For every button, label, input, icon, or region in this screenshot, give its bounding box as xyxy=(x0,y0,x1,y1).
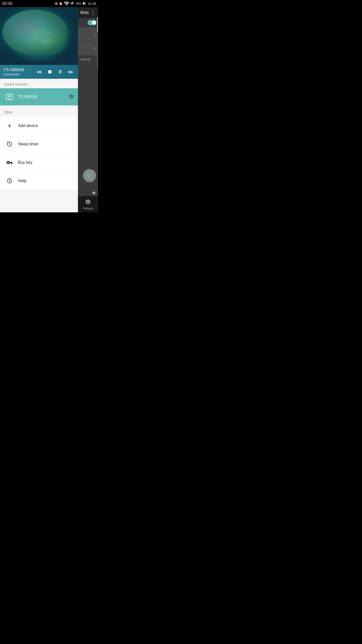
media-bar: TX-NR636 Connected ⏮ ⏹ ⏸ ⏭ xyxy=(0,65,78,79)
menu-item-buy-key[interactable]: Buy key xyxy=(0,153,78,172)
mute-status-icon: 🔇 xyxy=(55,2,58,5)
help-icon xyxy=(4,175,15,186)
scrollbar-track[interactable] xyxy=(97,17,98,67)
hero-area xyxy=(0,7,78,65)
sleep-timer-label: Sleep timer xyxy=(18,142,38,146)
prev-button[interactable]: ⏮ xyxy=(36,68,43,76)
dot-2 xyxy=(9,98,10,99)
main-container: TX-NR636 Connected ⏮ ⏹ ⏸ ⏭ Saved receive… xyxy=(0,7,98,212)
battery-text: 36% xyxy=(76,2,81,5)
pause-button[interactable]: ⏸ xyxy=(57,68,64,76)
right-list-item-2[interactable]: › xyxy=(78,42,98,55)
signal-icon xyxy=(71,2,75,6)
scrollbar-thumb xyxy=(97,17,98,32)
toggle-row xyxy=(78,18,98,27)
add-device-label: Add device xyxy=(18,124,38,128)
svg-rect-1 xyxy=(86,3,86,4)
svg-rect-2 xyxy=(83,3,85,4)
menu-item-add-device[interactable]: Add device xyxy=(0,117,78,135)
media-controls: ⏮ ⏹ ⏸ ⏭ xyxy=(36,68,74,76)
battery-icon xyxy=(82,2,87,5)
buy-key-label: Buy key xyxy=(18,160,32,165)
add-fab-icon: + xyxy=(92,189,96,197)
svg-point-5 xyxy=(10,182,10,182)
media-info: TX-NR636 Connected xyxy=(4,67,24,76)
settings-gear-icon[interactable] xyxy=(85,199,91,206)
icon-dots xyxy=(8,98,11,99)
right-panel: Beta ⋮ › › dtrack) + xyxy=(78,7,98,212)
dot-1 xyxy=(8,98,9,99)
toggle-switch[interactable] xyxy=(87,20,97,25)
help-label: Help xyxy=(18,179,26,183)
drawer: TX-NR636 Connected ⏮ ⏹ ⏸ ⏭ Saved receive… xyxy=(0,7,78,212)
hero-globe xyxy=(0,7,78,65)
buy-key-icon xyxy=(4,157,15,168)
time-display: 21:26 xyxy=(88,2,96,6)
stop-button[interactable]: ⏹ xyxy=(46,68,53,76)
status-bar: AV AV 🔇 ⏰ 36% 21:26 xyxy=(0,0,98,7)
av-device-icon: AV xyxy=(6,94,13,100)
right-panel-header: Beta ⋮ xyxy=(78,7,98,18)
bottom-settings-bar: Settings xyxy=(78,196,98,212)
media-status: Connected xyxy=(4,72,24,76)
settings-label: Settings xyxy=(83,207,93,210)
mute-fab[interactable] xyxy=(83,169,96,182)
chevron-right-icon-1: › xyxy=(94,31,96,37)
sleep-timer-icon xyxy=(4,139,15,150)
soundtrack-text: dtrack) xyxy=(78,55,98,63)
next-button[interactable]: ⏭ xyxy=(67,68,74,76)
menu-item-help[interactable]: Help xyxy=(0,172,78,190)
media-device-name: TX-NR636 xyxy=(4,67,24,72)
chevron-right-icon-2: › xyxy=(94,45,96,52)
status-right: 🔇 ⏰ 36% 21:26 xyxy=(55,1,96,7)
receiver-item[interactable]: AV TX-NR636 ⚙ xyxy=(0,88,78,105)
receiver-settings-gear-icon[interactable]: ⚙ xyxy=(69,94,74,100)
av-icon-1: AV xyxy=(2,2,7,5)
add-device-icon xyxy=(4,120,15,131)
more-options-icon[interactable]: ⋮ xyxy=(90,10,96,16)
wifi-icon xyxy=(64,1,70,7)
other-label: Other xyxy=(0,106,78,117)
av-icon-2: AV xyxy=(8,2,13,5)
receiver-device-icon: AV xyxy=(4,91,15,102)
saved-receiver-label: Saved receiver xyxy=(0,79,78,88)
right-panel-title: Beta xyxy=(80,10,89,15)
add-fab[interactable]: + xyxy=(92,189,96,197)
right-list-item-1[interactable]: › xyxy=(78,27,98,41)
dot-3 xyxy=(11,98,11,99)
alarm-icon: ⏰ xyxy=(59,2,63,5)
menu-item-sleep-timer[interactable]: Sleep timer xyxy=(0,135,78,153)
receiver-name: TX-NR636 xyxy=(18,95,69,99)
status-left: AV AV xyxy=(2,2,12,5)
